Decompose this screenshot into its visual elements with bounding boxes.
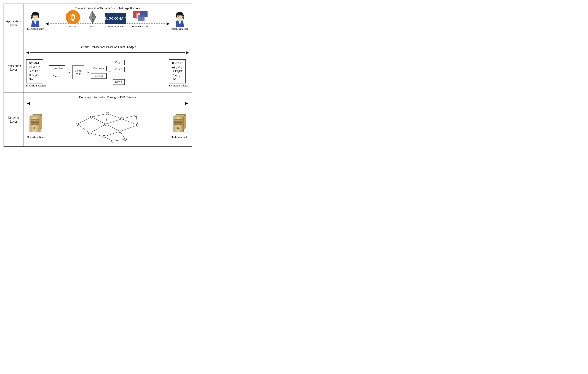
bitcoind-label: Bitcoind: [69, 25, 77, 28]
svg-line-40: [104, 137, 113, 141]
copy1-box: Copy 1: [113, 60, 125, 65]
svg-line-39: [104, 131, 120, 137]
copyn-box: Copy n: [113, 79, 125, 85]
svg-line-37: [120, 125, 138, 131]
reward-box: Reward: [91, 73, 107, 79]
consensus-box: Consensus: [91, 66, 107, 71]
svg-point-54: [124, 138, 126, 141]
svg-line-38: [120, 131, 125, 139]
left-address-wrapper: 1Q5ztGyL j7KxL2rs7 bmVcKYD fTYmpQs 5bo B…: [26, 57, 46, 87]
left-server-icon: [27, 113, 45, 135]
blockchain-info-label: Blockchain.info: [107, 25, 124, 28]
transaction-layer: Transaction Layer Perform Transactions B…: [4, 43, 192, 93]
svg-rect-56: [174, 119, 182, 120]
right-blockchain-address: 1EyH7htS WjSyuXg ofuE9gKX 5Sr4yEyD cD2: [169, 59, 186, 83]
transactive-label: TransActive Grid: [132, 25, 149, 28]
right-user: Blockchain User: [171, 11, 188, 30]
p2p-graph-svg: [63, 108, 152, 144]
svg-point-45: [89, 132, 91, 134]
svg-point-44: [90, 116, 93, 118]
svg-marker-7: [89, 11, 93, 17]
left-node: Blockchain Node: [27, 113, 45, 139]
svg-rect-21: [31, 122, 39, 123]
transaction-flow: 1Q5ztGyL j7KxL2rs7 bmVcKYD fTYmpQs 5bo B…: [26, 57, 189, 87]
svg-rect-22: [31, 124, 39, 125]
right-node: Blockchain Node: [170, 113, 188, 139]
svg-line-32: [106, 119, 122, 124]
inputs-column: Transaction Contract: [49, 65, 65, 79]
network-main: Blockchain Node: [27, 108, 188, 144]
svg-line-36: [122, 119, 138, 125]
svg-line-42: [136, 115, 138, 125]
transaction-layer-content: Perform Transactions Based on Global Led…: [23, 43, 192, 92]
arrow-to-ledger: →: [67, 70, 71, 75]
transaction-box: Transaction: [49, 65, 65, 71]
application-layer: Application Layer Conduct Interaction Th…: [4, 4, 192, 43]
svg-line-31: [106, 113, 107, 124]
svg-marker-8: [93, 11, 96, 17]
ellipsis: ⋮: [113, 74, 125, 78]
arrows-to-copies: → → →: [108, 63, 111, 82]
svg-rect-2: [34, 19, 36, 21]
application-layer-content: Conduct Interaction Through Blockchain A…: [23, 4, 192, 43]
svg-line-26: [77, 124, 90, 133]
contract-box: Contract: [49, 74, 65, 79]
left-blockchain-address: 1Q5ztGyL j7KxL2rs7 bmVcKYD fTYmpQs 5bo: [26, 59, 43, 83]
svg-point-51: [135, 114, 137, 117]
svg-line-34: [107, 113, 122, 119]
svg-rect-19: [31, 119, 39, 120]
transaction-title: Perform Transactions Based on Global Led…: [26, 45, 189, 49]
svg-point-52: [136, 124, 139, 126]
left-user-label: Blockchain User: [27, 28, 44, 30]
arrow-from-ledger: →: [86, 70, 90, 75]
blockchain-info-icon: BLOCKCHAIN: [105, 13, 126, 24]
application-layer-label: Application Layer: [4, 4, 23, 43]
right-address-wrapper: 1EyH7htS WjSyuXg ofuE9gKX 5Sr4yEyD cD2 B…: [169, 57, 189, 87]
svg-line-27: [92, 113, 107, 117]
flow-diagram: Transaction Contract → GlobalLedger → Co…: [49, 60, 166, 85]
mist-label: Mist: [90, 25, 95, 28]
transactive-icon-item: TransActive Grid: [132, 10, 149, 28]
svg-rect-15: [179, 19, 181, 21]
svg-rect-58: [174, 122, 182, 123]
global-ledger-box: GlobalLedger: [72, 66, 84, 79]
copy2-box: Copy 2: [113, 67, 125, 72]
left-address-label: Blockchain Address: [26, 84, 46, 87]
bitcoind-icon-item: ₿ Bitcoind: [66, 10, 80, 28]
svg-point-3: [37, 16, 39, 17]
svg-point-43: [76, 123, 79, 125]
blockchain-diagram: Application Layer Conduct Interaction Th…: [4, 4, 192, 147]
consensus-reward-column: Consensus Reward: [91, 66, 107, 79]
svg-rect-59: [174, 124, 182, 125]
svg-line-25: [77, 117, 92, 124]
network-title: Exchange Information Through a P2P Netwo…: [27, 96, 188, 99]
svg-point-50: [119, 130, 121, 132]
right-user-label: Blockchain User: [171, 28, 188, 30]
p2p-network-graph: [45, 108, 170, 144]
right-node-label: Blockchain Node: [170, 136, 188, 139]
svg-line-28: [92, 117, 106, 124]
left-node-label: Blockchain Node: [27, 136, 45, 139]
svg-point-61: [177, 128, 178, 129]
svg-point-53: [112, 140, 114, 142]
svg-line-35: [122, 115, 136, 119]
left-user-icon: [29, 11, 42, 28]
right-address-label: Blockchain Address: [169, 84, 189, 87]
svg-point-16: [177, 16, 178, 17]
left-arrow-icon: ◀: [45, 21, 49, 26]
left-user: Blockchain User: [27, 11, 44, 30]
svg-line-41: [113, 139, 125, 141]
bitcoin-icon: ₿: [66, 10, 80, 24]
svg-line-30: [90, 133, 104, 137]
svg-point-49: [121, 118, 123, 120]
network-layer-label: Network Layer: [4, 93, 23, 146]
svg-line-29: [90, 124, 106, 133]
svg-point-24: [34, 128, 35, 129]
svg-point-46: [106, 112, 109, 115]
copies-column: Copy 1 Copy 2 ⋮ Copy n: [113, 60, 125, 85]
mist-icon-item: Mist: [85, 10, 100, 28]
ethereum-icon: [85, 10, 100, 24]
transactive-grid-icon: [132, 10, 149, 24]
network-layer: Network Layer Exchange Information Throu…: [4, 93, 192, 146]
svg-point-47: [105, 123, 107, 125]
